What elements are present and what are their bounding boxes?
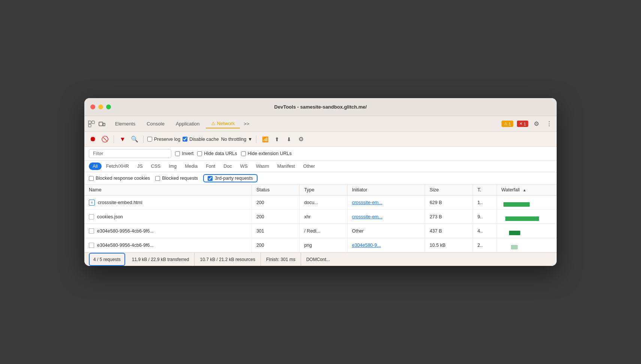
col-status[interactable]: Status — [252, 185, 300, 195]
hide-ext-urls-check[interactable]: Hide extension URLs — [241, 151, 292, 156]
throttle-select[interactable]: No throttling ▼ — [221, 137, 253, 142]
traffic-lights — [90, 104, 111, 109]
type-filter-js[interactable]: JS — [133, 163, 147, 170]
more-options-icon[interactable]: ⋮ — [545, 119, 554, 128]
row3-size: 437 B — [425, 224, 473, 238]
invert-checkbox[interactable] — [175, 151, 180, 156]
invert-check[interactable]: Invert — [175, 151, 193, 156]
svg-rect-2 — [88, 124, 91, 127]
domcontent-text: DOMCont... — [306, 257, 330, 262]
filter-input[interactable] — [89, 149, 171, 158]
type-filter-css[interactable]: CSS — [147, 163, 165, 170]
third-party-requests-label: 3rd-party requests — [215, 176, 253, 181]
tab-elements[interactable]: Elements — [110, 119, 141, 128]
hide-data-urls-check[interactable]: Hide data URLs — [197, 151, 237, 156]
disable-cache-label: Disable cache — [189, 137, 219, 142]
tab-bar: Elements Console Application ⚠Network >>… — [84, 116, 557, 132]
col-initiator[interactable]: Initiator — [347, 185, 425, 195]
row2-size: 273 B — [425, 210, 473, 224]
blocked-requests-checkbox[interactable] — [155, 176, 160, 181]
disable-cache-check[interactable]: Disable cache — [183, 137, 219, 142]
type-filter-manifest[interactable]: Manifest — [274, 163, 299, 170]
clear-button[interactable]: 🚫 — [100, 134, 110, 144]
row4-initiator[interactable]: e304e580-9... — [347, 238, 425, 252]
type-filter-ws[interactable]: WS — [236, 163, 251, 170]
type-filter-bar: All Fetch/XHR JS CSS Img Media Font Doc … — [84, 161, 557, 172]
row1-initiator[interactable]: crosssite-em... — [347, 195, 425, 210]
third-party-requests-check[interactable]: 3rd-party requests — [203, 174, 257, 182]
row2-type: xhr — [300, 210, 347, 224]
row1-name[interactable]: ≡ crosssite-embed.html — [84, 195, 252, 210]
waterfall-sort-icon: ▲ — [523, 188, 526, 192]
warning-count: 1 — [509, 122, 511, 126]
tab-network[interactable]: ⚠Network — [206, 119, 240, 128]
type-filter-media[interactable]: Media — [181, 163, 201, 170]
row4-type: png — [300, 238, 347, 252]
table-row[interactable]: e304e580-9956-4cb6-9f6... 301 / Redi... … — [84, 224, 557, 238]
device-toggle-icon[interactable] — [98, 120, 106, 128]
inspect-icon[interactable] — [87, 120, 96, 128]
close-button[interactable] — [90, 104, 95, 109]
settings-gear-icon[interactable]: ⚙ — [532, 119, 541, 128]
table-row[interactable]: ≡ crosssite-embed.html 200 docu... cross… — [84, 195, 557, 210]
invert-label: Invert — [182, 151, 193, 156]
minimize-button[interactable] — [98, 104, 103, 109]
row4-size: 10.5 kB — [425, 238, 473, 252]
maximize-button[interactable] — [106, 104, 111, 109]
type-filter-fetch[interactable]: Fetch/XHR — [102, 163, 133, 170]
row4-time: 2.. — [473, 238, 497, 252]
error-badge[interactable]: ✕ 1 — [517, 121, 528, 127]
hide-ext-urls-label: Hide extension URLs — [248, 151, 292, 156]
type-filter-wasm[interactable]: Wasm — [252, 163, 273, 170]
upload-icon[interactable]: ⬆ — [272, 134, 282, 144]
window-title: DevTools - samesite-sandbox.glitch.me/ — [274, 104, 367, 110]
finish-text: Finish: 301 ms — [266, 257, 295, 262]
resources-segment: 10.7 kB / 21.2 kB resources — [195, 253, 261, 266]
col-size[interactable]: Size — [425, 185, 473, 195]
filter-icon[interactable]: ▼ — [118, 134, 127, 144]
type-filter-img[interactable]: Img — [165, 163, 180, 170]
col-waterfall[interactable]: Waterfall ▲ — [497, 185, 557, 195]
blocked-response-cookies-checkbox[interactable] — [89, 176, 94, 181]
table-row[interactable]: e304e580-9956-4cb6-9f6... 200 png e304e5… — [84, 238, 557, 252]
preserve-log-check[interactable]: Preserve log — [147, 137, 180, 142]
row2-status: 200 — [252, 210, 300, 224]
col-name[interactable]: Name — [84, 185, 252, 195]
toolbar-divider-2 — [143, 136, 144, 143]
type-filter-other[interactable]: Other — [300, 163, 319, 170]
finish-segment: Finish: 301 ms — [261, 253, 301, 266]
preserve-log-checkbox[interactable] — [147, 137, 152, 142]
download-icon[interactable]: ⬇ — [284, 134, 294, 144]
warning-badge[interactable]: ⚠ 1 — [502, 121, 513, 127]
network-table: Name Status Type Initiator Size T. Water… — [84, 185, 557, 252]
blocked-response-cookies-label: Blocked response cookies — [96, 176, 150, 181]
network-settings-icon[interactable]: ⚙ — [296, 134, 306, 144]
blocked-requests-check[interactable]: Blocked requests — [155, 176, 198, 181]
third-party-requests-checkbox[interactable] — [208, 176, 213, 181]
col-type[interactable]: Type — [300, 185, 347, 195]
row2-name[interactable]: cookies.json — [84, 210, 252, 224]
hide-data-urls-checkbox[interactable] — [197, 151, 202, 156]
type-filter-font[interactable]: Font — [202, 163, 219, 170]
tab-console[interactable]: Console — [141, 119, 170, 128]
row4-waterfall — [497, 238, 557, 252]
row3-name[interactable]: e304e580-9956-4cb6-9f6... — [84, 224, 252, 238]
blocked-response-cookies-check[interactable]: Blocked response cookies — [89, 176, 150, 181]
hide-ext-urls-checkbox[interactable] — [241, 151, 246, 156]
row2-initiator[interactable]: crosssite-em... — [347, 210, 425, 224]
tab-icons — [87, 120, 106, 128]
wifi-icon[interactable]: 📶 — [260, 134, 270, 144]
stop-recording-button[interactable]: ⏺ — [88, 134, 98, 144]
tab-application[interactable]: Application — [171, 119, 205, 128]
tab-more[interactable]: >> — [241, 119, 252, 128]
table-row[interactable]: cookies.json 200 xhr crosssite-em... 273… — [84, 210, 557, 224]
col-time[interactable]: T. — [473, 185, 497, 195]
svg-rect-1 — [92, 121, 94, 124]
warning-icon: ⚠ — [504, 121, 508, 126]
search-icon[interactable]: 🔍 — [130, 134, 139, 144]
type-filter-all[interactable]: All — [89, 163, 102, 170]
type-filter-doc[interactable]: Doc — [220, 163, 235, 170]
disable-cache-checkbox[interactable] — [183, 137, 187, 142]
row4-name[interactable]: e304e580-9956-4cb6-9f6... — [84, 238, 252, 252]
svg-rect-3 — [99, 122, 103, 126]
